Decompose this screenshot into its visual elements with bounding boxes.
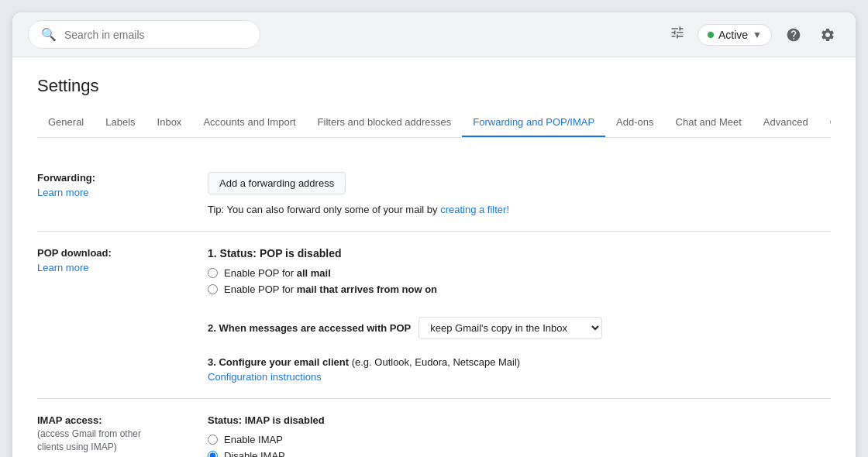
- imap-disable-radio[interactable]: [208, 451, 218, 457]
- imap-disable-row: Disable IMAP: [208, 450, 831, 457]
- pop-new-mail-radio[interactable]: [208, 284, 218, 294]
- pop-section3: 3. Configure your email client (e.g. Out…: [208, 352, 831, 383]
- forwarding-tip: Tip: You can also forward only some of y…: [208, 204, 831, 215]
- tab-advanced[interactable]: Advanced: [753, 108, 819, 138]
- add-forwarding-button[interactable]: Add a forwarding address: [208, 172, 346, 194]
- tab-offline[interactable]: Offline: [819, 108, 831, 138]
- imap-label: IMAP access: (access Gmail from other cl…: [37, 414, 208, 457]
- tune-icon[interactable]: [670, 25, 685, 44]
- pop-body: 1. Status: POP is disabled Enable POP fo…: [208, 247, 831, 383]
- pop-radio1-row: Enable POP for all mail: [208, 267, 831, 279]
- settings-content: Forwarding: Learn more Add a forwarding …: [37, 138, 831, 457]
- pop-all-mail-radio[interactable]: [208, 268, 218, 278]
- active-dot: [708, 32, 714, 38]
- pop-config-link[interactable]: Configuration instructions: [208, 371, 831, 383]
- search-icon: 🔍: [41, 27, 57, 42]
- pop-label: POP download: Learn more: [37, 247, 208, 383]
- pop-new-mail-label[interactable]: Enable POP for mail that arrives from no…: [224, 283, 437, 295]
- imap-enable-radio[interactable]: [208, 435, 218, 445]
- creating-filter-link[interactable]: creating a filter!: [440, 204, 509, 215]
- pop-status: 1. Status: POP is disabled: [208, 247, 831, 259]
- imap-section: IMAP access: (access Gmail from other cl…: [37, 399, 831, 457]
- header-actions: Active ▼: [698, 22, 840, 47]
- chevron-down-icon: ▼: [753, 29, 762, 40]
- pop-radio2-row: Enable POP for mail that arrives from no…: [208, 283, 831, 295]
- search-input[interactable]: [64, 29, 247, 41]
- page-title: Settings: [37, 76, 831, 96]
- imap-body: Status: IMAP is disabled Enable IMAP Dis…: [208, 414, 831, 457]
- settings-button[interactable]: [815, 22, 840, 47]
- tab-forwarding[interactable]: Forwarding and POP/IMAP: [462, 108, 605, 138]
- pop-section: POP download: Learn more 1. Status: POP …: [37, 232, 831, 399]
- pop-config-note: 3. Configure your email client (e.g. Out…: [208, 356, 831, 368]
- search-bar[interactable]: 🔍: [28, 20, 260, 49]
- header: 🔍 Active ▼: [12, 12, 856, 57]
- forwarding-section: Forwarding: Learn more Add a forwarding …: [37, 156, 831, 232]
- tab-inbox[interactable]: Inbox: [146, 108, 193, 138]
- forwarding-learn-more[interactable]: Learn more: [37, 187, 208, 198]
- imap-status: Status: IMAP is disabled: [208, 414, 831, 426]
- pop-section2: 2. When messages are accessed with POP k…: [208, 308, 831, 339]
- tab-filters[interactable]: Filters and blocked addresses: [307, 108, 463, 138]
- imap-enable-label[interactable]: Enable IMAP: [224, 434, 283, 445]
- pop-access-dropdown[interactable]: keep Gmail's copy in the Inbox archive G…: [418, 317, 602, 339]
- main-content: Settings General Labels Inbox Accounts a…: [12, 57, 856, 457]
- forwarding-label: Forwarding: Learn more: [37, 172, 208, 215]
- tab-addons[interactable]: Add-ons: [605, 108, 664, 138]
- pop-all-mail-label[interactable]: Enable POP for all mail: [224, 267, 331, 279]
- pop-learn-more[interactable]: Learn more: [37, 262, 208, 273]
- active-badge[interactable]: Active ▼: [698, 24, 772, 46]
- pop-dropdown-row: 2. When messages are accessed with POP k…: [208, 317, 831, 339]
- active-label: Active: [718, 29, 748, 41]
- help-button[interactable]: [781, 22, 806, 47]
- forwarding-body: Add a forwarding address Tip: You can al…: [208, 172, 831, 215]
- tab-labels[interactable]: Labels: [95, 108, 146, 138]
- imap-enable-row: Enable IMAP: [208, 434, 831, 445]
- tab-chat[interactable]: Chat and Meet: [665, 108, 753, 138]
- tab-general[interactable]: General: [37, 108, 95, 138]
- tab-accounts[interactable]: Accounts and Import: [192, 108, 306, 138]
- app-window: 🔍 Active ▼: [12, 12, 856, 457]
- tabs-bar: General Labels Inbox Accounts and Import…: [37, 108, 831, 138]
- imap-disable-label[interactable]: Disable IMAP: [224, 450, 285, 457]
